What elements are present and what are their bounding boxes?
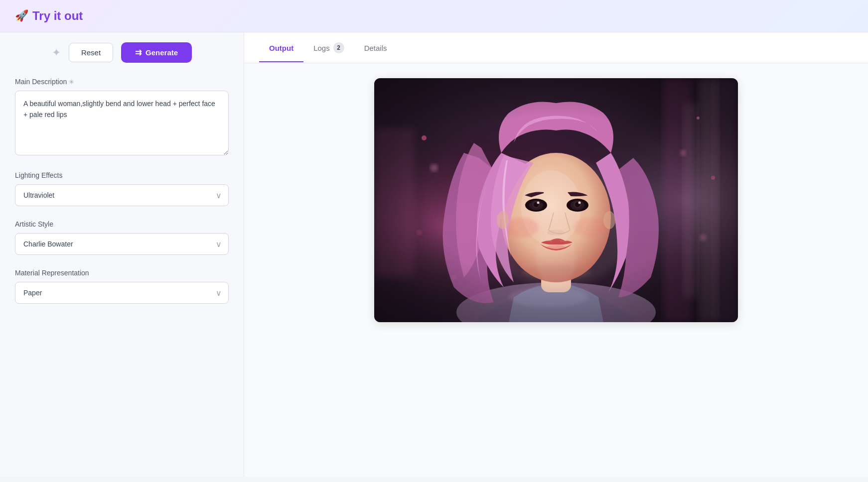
generate-button[interactable]: ⇉ Generate bbox=[121, 42, 192, 63]
generate-icon: ⇉ bbox=[135, 48, 142, 57]
lighting-effects-label: Lighting Effects bbox=[15, 171, 229, 179]
lighting-effects-wrapper: Ultraviolet Golden Hour Neon Soft Light … bbox=[15, 184, 229, 206]
material-representation-label: Material Representation bbox=[15, 269, 229, 277]
artistic-style-wrapper: Charlie Bowater Greg Rutkowski Artgerm W… bbox=[15, 233, 229, 255]
lighting-effects-group: Lighting Effects Ultraviolet Golden Hour… bbox=[15, 171, 229, 206]
top-controls: ✦ Reset ⇉ Generate bbox=[15, 42, 229, 63]
header: 🚀 Try it out bbox=[0, 0, 868, 32]
main-description-input[interactable]: A beautiful woman,slightly bend and lowe… bbox=[15, 91, 229, 155]
left-panel: ✦ Reset ⇉ Generate Main Description ✳ A … bbox=[0, 32, 244, 477]
logs-badge: 2 bbox=[333, 42, 344, 53]
sparkle-icon: ✦ bbox=[52, 46, 61, 59]
material-representation-wrapper: Paper Oil Paint Watercolor Digital Art P… bbox=[15, 282, 229, 304]
artistic-style-group: Artistic Style Charlie Bowater Greg Rutk… bbox=[15, 220, 229, 255]
right-panel: Output Logs 2 Details bbox=[244, 32, 868, 477]
reset-button[interactable]: Reset bbox=[69, 43, 113, 62]
tabs-bar: Output Logs 2 Details bbox=[244, 32, 868, 63]
main-description-group: Main Description ✳ A beautiful woman,sli… bbox=[15, 78, 229, 157]
title-text: Try it out bbox=[32, 9, 83, 23]
main-description-label: Main Description ✳ bbox=[15, 78, 229, 86]
required-star: ✳ bbox=[69, 78, 74, 86]
artistic-style-label: Artistic Style bbox=[15, 220, 229, 228]
svg-rect-42 bbox=[374, 78, 738, 322]
material-representation-select[interactable]: Paper Oil Paint Watercolor Digital Art P… bbox=[15, 282, 229, 304]
app-title: 🚀 Try it out bbox=[15, 9, 83, 23]
rocket-icon: 🚀 bbox=[15, 9, 28, 22]
artistic-style-select[interactable]: Charlie Bowater Greg Rutkowski Artgerm W… bbox=[15, 233, 229, 255]
tab-output[interactable]: Output bbox=[259, 34, 303, 62]
generated-image-container bbox=[374, 78, 738, 322]
main-layout: ✦ Reset ⇉ Generate Main Description ✳ A … bbox=[0, 32, 868, 477]
generate-label: Generate bbox=[145, 48, 178, 57]
tab-logs[interactable]: Logs 2 bbox=[303, 32, 354, 63]
output-area bbox=[244, 63, 868, 477]
tab-details[interactable]: Details bbox=[354, 34, 397, 62]
generated-image bbox=[374, 78, 738, 322]
lighting-effects-select[interactable]: Ultraviolet Golden Hour Neon Soft Light … bbox=[15, 184, 229, 206]
material-representation-group: Material Representation Paper Oil Paint … bbox=[15, 269, 229, 304]
